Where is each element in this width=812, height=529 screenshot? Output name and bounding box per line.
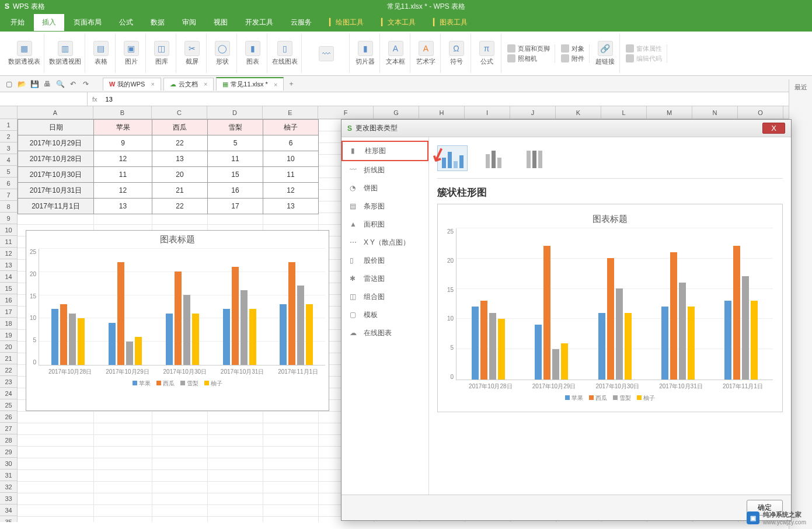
row-headers[interactable]: 1234567891011121314151617181920212223242… bbox=[0, 119, 18, 522]
table-cell[interactable]: 2017年11月1日 bbox=[18, 199, 94, 214]
col-header[interactable]: O bbox=[738, 106, 783, 119]
add-tab-icon[interactable]: ＋ bbox=[286, 79, 297, 89]
row-header[interactable]: 20 bbox=[0, 341, 17, 353]
row-header[interactable]: 33 bbox=[0, 493, 17, 504]
row-header[interactable]: 27 bbox=[0, 423, 17, 434]
menu-公式[interactable]: 公式 bbox=[111, 14, 141, 31]
table-cell[interactable]: 22 bbox=[152, 199, 208, 214]
redo-icon[interactable]: ↷ bbox=[81, 79, 91, 89]
slicer-button[interactable]: ▮切片器 bbox=[351, 34, 380, 73]
screenshot-button[interactable]: ✂截屏 bbox=[177, 34, 207, 73]
row-header[interactable]: 23 bbox=[0, 376, 17, 388]
row-header[interactable]: 3 bbox=[0, 142, 17, 154]
row-header[interactable]: 22 bbox=[0, 364, 17, 376]
chart-type-item[interactable]: ▢模板 bbox=[341, 306, 428, 324]
col-header[interactable]: L bbox=[601, 106, 647, 119]
row-header[interactable]: 11 bbox=[0, 236, 17, 248]
row-header[interactable]: 35 bbox=[0, 516, 17, 522]
row-header[interactable]: 6 bbox=[0, 178, 17, 189]
recent-label[interactable]: 最近 bbox=[792, 83, 810, 92]
table-cell[interactable]: 9 bbox=[94, 135, 152, 151]
row-header[interactable]: 24 bbox=[0, 388, 17, 399]
col-header[interactable]: G bbox=[374, 106, 419, 119]
new-icon[interactable]: ▢ bbox=[4, 79, 14, 89]
chart-button[interactable]: ▮图表 bbox=[238, 34, 267, 73]
subtype-stacked[interactable] bbox=[478, 145, 508, 171]
row-header[interactable]: 25 bbox=[0, 399, 17, 411]
row-header[interactable]: 28 bbox=[0, 434, 17, 446]
row-header[interactable]: 34 bbox=[0, 504, 17, 516]
wordart-button[interactable]: A艺术字 bbox=[412, 34, 441, 73]
table-cell[interactable]: 15 bbox=[208, 167, 263, 183]
row-header[interactable]: 32 bbox=[0, 481, 17, 493]
table-cell[interactable]: 5 bbox=[208, 135, 263, 151]
symbol-button[interactable]: Ω符号 bbox=[442, 34, 471, 73]
table-cell[interactable]: 13 bbox=[94, 199, 152, 214]
chart-type-item[interactable]: 〰折线图 bbox=[341, 161, 428, 179]
save-icon[interactable]: 💾 bbox=[29, 79, 40, 89]
dialog-close-button[interactable]: X bbox=[762, 123, 785, 134]
col-header[interactable]: A bbox=[18, 106, 93, 119]
col-header[interactable]: E bbox=[263, 106, 318, 119]
table-header[interactable]: 苹果 bbox=[94, 120, 152, 135]
row-header[interactable]: 14 bbox=[0, 271, 17, 283]
close-icon[interactable]: × bbox=[151, 81, 154, 88]
tab-cloud[interactable]: ☁云文档× bbox=[163, 78, 214, 91]
print-icon[interactable]: 🖶 bbox=[42, 79, 53, 89]
col-header[interactable]: J bbox=[510, 106, 556, 119]
table-cell[interactable]: 12 bbox=[94, 151, 152, 167]
table-button[interactable]: ▤表格 bbox=[86, 34, 116, 73]
col-header[interactable]: N bbox=[692, 106, 738, 119]
table-cell[interactable]: 16 bbox=[208, 183, 263, 199]
table-cell[interactable]: 2017年10月31日 bbox=[18, 183, 94, 199]
formula-input[interactable] bbox=[102, 96, 812, 103]
table-cell[interactable]: 22 bbox=[152, 135, 208, 151]
close-icon[interactable]: × bbox=[204, 81, 207, 88]
subtype-100stacked[interactable] bbox=[519, 145, 549, 171]
col-header[interactable]: K bbox=[556, 106, 601, 119]
row-header[interactable]: 29 bbox=[0, 446, 17, 458]
row-header[interactable]: 9 bbox=[0, 213, 17, 224]
table-cell[interactable]: 12 bbox=[263, 183, 319, 199]
table-cell[interactable]: 2017年10月30日 bbox=[18, 167, 94, 183]
tab-file[interactable]: ▦常见11.xlsx *× bbox=[216, 77, 284, 91]
table-cell[interactable]: 11 bbox=[94, 167, 152, 183]
table-cell[interactable]: 11 bbox=[263, 167, 319, 183]
preview-icon[interactable]: 🔍 bbox=[55, 79, 65, 89]
row-header[interactable]: 10 bbox=[0, 224, 17, 236]
col-header[interactable]: D bbox=[207, 106, 263, 119]
row-header[interactable]: 21 bbox=[0, 353, 17, 364]
embedded-chart[interactable]: 图表标题25201510502017年10月28日2017年10月29日2017… bbox=[26, 230, 329, 411]
camera-button[interactable]: 照相机 bbox=[507, 54, 550, 63]
row-header[interactable]: 30 bbox=[0, 458, 17, 469]
row-header[interactable]: 5 bbox=[0, 166, 17, 178]
menu-开发工具[interactable]: 开发工具 bbox=[237, 14, 281, 31]
name-box[interactable] bbox=[0, 92, 88, 106]
row-header[interactable]: 8 bbox=[0, 201, 17, 213]
table-cell[interactable]: 10 bbox=[263, 151, 319, 167]
table-header[interactable]: 柚子 bbox=[263, 120, 319, 135]
col-header[interactable]: C bbox=[152, 106, 207, 119]
row-header[interactable]: 17 bbox=[0, 306, 17, 318]
chart-type-item[interactable]: ▲面积图 bbox=[341, 215, 428, 234]
sparkline-group[interactable]: 〰 bbox=[303, 34, 350, 73]
row-header[interactable]: 12 bbox=[0, 248, 17, 259]
row-header[interactable]: 13 bbox=[0, 259, 17, 271]
data-table[interactable]: 日期苹果西瓜雪梨柚子2017年10月29日922562017年10月28日121… bbox=[18, 119, 319, 214]
picture-button[interactable]: ▣图片 bbox=[117, 34, 146, 73]
table-cell[interactable]: 2017年10月29日 bbox=[18, 135, 94, 151]
table-cell[interactable]: 13 bbox=[263, 199, 319, 214]
pivot-chart-button[interactable]: ▥数据透视图 bbox=[46, 34, 85, 73]
row-header[interactable]: 2 bbox=[0, 131, 17, 142]
close-icon[interactable]: × bbox=[274, 81, 277, 88]
menu-数据[interactable]: 数据 bbox=[142, 14, 173, 31]
table-cell[interactable]: 2017年10月28日 bbox=[18, 151, 94, 167]
chart-type-item[interactable]: ☁在线图表 bbox=[341, 324, 428, 342]
table-header[interactable]: 日期 bbox=[18, 120, 94, 135]
row-header[interactable]: 18 bbox=[0, 318, 17, 329]
col-header[interactable]: I bbox=[465, 106, 510, 119]
row-header[interactable]: 1 bbox=[0, 119, 17, 131]
table-header[interactable]: 雪梨 bbox=[208, 120, 263, 135]
row-header[interactable]: 7 bbox=[0, 189, 17, 201]
open-icon[interactable]: 📂 bbox=[16, 79, 27, 89]
